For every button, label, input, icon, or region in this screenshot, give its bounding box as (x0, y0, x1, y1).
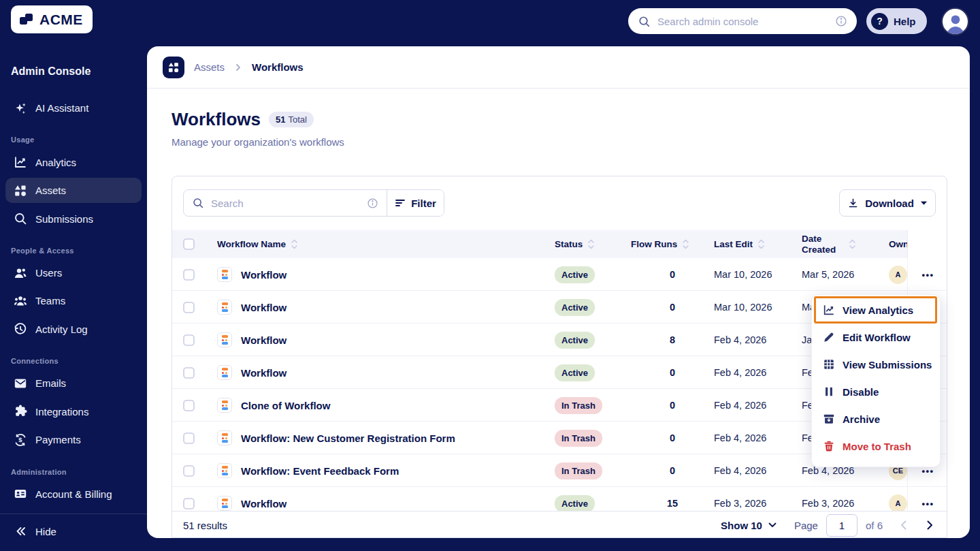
row-checkbox[interactable] (183, 334, 217, 346)
page-label: Page (794, 520, 818, 531)
row-checkbox[interactable] (183, 269, 217, 281)
workflow-name-link[interactable]: Workflow (241, 367, 287, 379)
last-edit-value: Feb 4, 2026 (714, 400, 802, 411)
column-header-date-created[interactable]: Date Created (802, 230, 889, 258)
breadcrumb-current: Workflows (252, 61, 304, 73)
workflow-name-link[interactable]: Workflow: Event Feedback Form (241, 465, 399, 477)
brand-logo[interactable]: ACME (11, 5, 93, 33)
workflow-name-link[interactable]: Workflow (241, 334, 287, 346)
filter-button[interactable]: Filter (387, 190, 444, 216)
row-checkbox[interactable] (183, 302, 217, 313)
sort-icon[interactable] (291, 239, 298, 249)
workflow-icon (217, 496, 232, 511)
chevron-down-icon (768, 522, 777, 528)
sidebar-item-activity-log[interactable]: Activity Log (5, 317, 142, 342)
user-avatar-button[interactable] (941, 7, 969, 35)
row-checkbox[interactable] (183, 400, 217, 411)
menu-item-move-to-trash[interactable]: Move to Trash (812, 432, 940, 460)
workflow-icon (217, 332, 232, 347)
sort-icon[interactable] (587, 239, 595, 249)
sidebar-item-users[interactable]: Users (5, 260, 142, 285)
hide-label: Hide (35, 526, 56, 537)
row-context-menu: View Analytics Edit Workflow View Submis… (811, 294, 941, 467)
workflow-name-link[interactable]: Workflow (241, 302, 287, 313)
results-count: 51 results (183, 520, 227, 531)
sidebar-item-assets[interactable]: Assets (5, 178, 142, 203)
breadcrumb: Assets Workflows (147, 46, 970, 89)
sidebar-section-usage: Usage (5, 136, 142, 144)
sidebar-section-people: People & Access (5, 247, 142, 255)
download-button[interactable]: Download (839, 189, 936, 217)
select-all-checkbox[interactable] (183, 238, 195, 250)
page-of-total: of 6 (866, 520, 883, 531)
workflow-icon (217, 365, 232, 380)
page-header: Workflows 51 Total Manage your organizat… (147, 89, 970, 148)
sidebar-hide-button[interactable]: Hide (5, 518, 142, 544)
row-checkbox[interactable] (183, 465, 217, 477)
table-search-input[interactable] (211, 198, 360, 209)
row-checkbox[interactable] (183, 432, 217, 444)
email-icon (14, 377, 27, 390)
page-title: Workflows (172, 109, 261, 130)
breadcrumb-assets[interactable]: Assets (194, 61, 225, 73)
chevron-right-icon (927, 520, 933, 530)
sort-icon[interactable] (757, 239, 765, 249)
sort-icon[interactable] (849, 239, 856, 249)
sidebar-item-analytics[interactable]: Analytics (5, 149, 142, 174)
chevron-right-icon (234, 63, 242, 72)
column-header-status[interactable]: Status (552, 230, 631, 258)
menu-item-edit-workflow[interactable]: Edit Workflow (812, 324, 940, 351)
sidebar-item-payments[interactable]: $ Payments (5, 427, 142, 452)
help-button[interactable]: ? Help (866, 8, 927, 34)
filter-label: Filter (411, 198, 436, 209)
sidebar-item-submissions[interactable]: Submissions (5, 206, 142, 231)
collapse-chevrons-icon (14, 524, 27, 538)
next-page-button[interactable] (927, 520, 933, 530)
column-header-owner[interactable]: Owner (889, 230, 907, 258)
column-header-flow-runs[interactable]: Flow Runs (631, 230, 714, 258)
menu-item-disable[interactable]: Disable (812, 378, 940, 405)
menu-item-archive[interactable]: Archive (812, 405, 940, 432)
row-checkbox[interactable] (183, 367, 217, 379)
workflow-name-link[interactable]: Workflow (241, 498, 287, 509)
workflow-icon (217, 463, 232, 478)
table-header: Workflow Name Status Flow Runs Last Edit (172, 230, 947, 258)
archive-icon (823, 413, 835, 425)
admin-search-input[interactable] (657, 16, 828, 27)
prev-page-button[interactable] (900, 520, 906, 530)
analytics-icon (14, 155, 27, 169)
show-per-page-select[interactable]: Show 10 (721, 520, 777, 531)
info-icon (835, 15, 847, 27)
sidebar-item-emails[interactable]: Emails (5, 371, 142, 396)
sidebar-item-teams[interactable]: Teams (5, 288, 142, 313)
last-edit-value: Mar 10, 2026 (714, 302, 802, 313)
sidebar-item-account-billing[interactable]: Account & Billing (5, 482, 142, 507)
row-checkbox[interactable] (183, 498, 217, 509)
puzzle-icon (14, 405, 27, 418)
menu-item-label: Disable (843, 386, 879, 398)
workflow-name-link[interactable]: Clone of Workflow (241, 400, 330, 411)
sidebar-item-integrations[interactable]: Integrations (5, 399, 142, 424)
page-number-input[interactable] (826, 514, 858, 537)
last-edit-value: Feb 3, 2026 (714, 498, 802, 509)
question-icon: ? (871, 13, 888, 30)
owner-avatar: A (889, 494, 907, 511)
menu-item-label: Edit Workflow (843, 332, 911, 343)
column-header-name[interactable]: Workflow Name (217, 230, 552, 258)
row-menu-button[interactable]: ••• (921, 499, 934, 509)
flow-runs-value: 0 (631, 269, 714, 280)
sidebar-item-label: Activity Log (35, 324, 88, 335)
flow-runs-value: 8 (631, 334, 714, 345)
actions-column-header (907, 230, 947, 258)
trash-icon (823, 440, 835, 452)
column-header-last-edit[interactable]: Last Edit (714, 230, 802, 258)
row-menu-button[interactable]: ••• (921, 270, 934, 280)
menu-item-view-analytics[interactable]: View Analytics (812, 296, 940, 324)
last-edit-value: Feb 4, 2026 (714, 367, 802, 378)
last-edit-value: Feb 4, 2026 (714, 334, 802, 345)
sort-icon[interactable] (682, 239, 689, 249)
workflow-name-link[interactable]: Workflow: New Customer Registration Form (241, 432, 455, 444)
sidebar-item-ai-assistant[interactable]: AI Assistant (5, 95, 142, 121)
menu-item-view-submissions[interactable]: View Submissions (812, 351, 940, 378)
workflow-name-link[interactable]: Workflow (241, 269, 287, 281)
